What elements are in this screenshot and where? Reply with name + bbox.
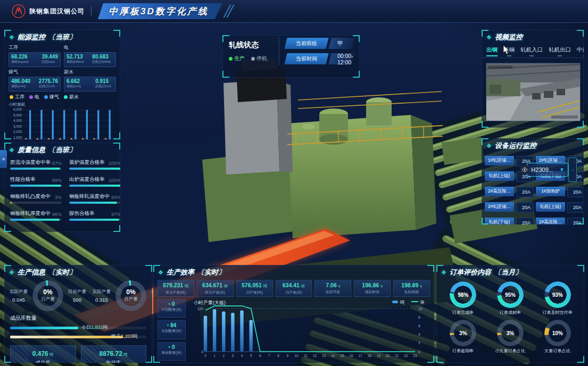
diamond-icon: ❖ [9,34,14,41]
line-status-row: 当前班组甲 [286,38,353,49]
stat-card: 634.41 块日产量(块) [276,280,312,297]
order-donut-percent: 3% [450,320,476,346]
energy-chart-ylabel: 小时单耗 [4,101,120,107]
gauge-name: 月产量 [124,296,138,303]
quality-item-value: 100% [109,178,120,183]
chart-legend-glyph [411,301,418,302]
side-stat: 0剩余数量(块) [158,342,186,361]
energy-metric-value: 0.915 [95,78,113,84]
quality-item: 装炉温度合格率100% [69,159,120,170]
energy-card: 工序68.226单耗(kgce/t)39.449总耗(tce) [9,44,61,67]
camera-select[interactable]: H2309... ▼ [527,163,568,177]
store-cards: 0.476吨成品库8876.72吨板坯库 [4,342,152,363]
order-donut-ring: 3% [497,320,524,346]
quality-item: 钢板终轧厚度命中96% [10,210,62,221]
quality-progress-track [69,202,120,204]
panel-energy-title: ❖ 能源监控 〔当班〕 [4,30,120,44]
quality-item-value: 100% [109,161,120,166]
quality-item-row: 出炉温度合格率100% [69,176,120,183]
quality-item-row: 层流冷温度命中率97% [10,159,62,166]
cctv-frame[interactable] [486,63,581,121]
svg-text:9: 9 [286,354,288,357]
quality-grid: 层流冷温度命中率97%装炉温度合格率100%性能合格率99%出炉温度合格率100… [4,156,120,223]
video-tab-中间冷[interactable]: 中间冷 [577,46,584,57]
gauge-percent: 0% [43,289,52,296]
quality-item: 钢板终轧温度命中93% [69,193,120,204]
panel-efficiency-title: ❖ 生产效率 〔实时〕 [153,265,434,279]
svg-text:22: 22 [404,354,408,357]
store-value-row: 0.476吨 [11,348,76,358]
energy-metric-value: 80.683 [92,54,113,60]
panel-production-title: ❖ 生产信息 〔实时〕 [4,265,152,279]
header-divider [91,6,92,16]
inventory-bar-label: 今日1,831吨 [81,324,108,331]
hourly-chart-title: 小时产量(大板) [194,300,226,306]
svg-text:2: 2 [223,354,225,357]
svg-text:7: 7 [268,354,270,357]
svg-text:19: 19 [377,354,381,357]
stat-card: 198.89 s轧制周期 [393,280,430,297]
dashboard: 陕钢集团汉钢公司 中厚板3D数字化产线 H2309... ▼ CISDI ❖ 能… [0,0,588,366]
svg-text:3,000: 3,000 [13,124,22,128]
svg-text:12: 12 [313,354,317,357]
quality-progress-fill [10,219,60,221]
side-stat-value: 0 [158,301,185,307]
order-donut-percent: 10% [544,320,571,346]
order-donut-ring: 98% [450,281,476,308]
panel-quality-title: ❖ 质量信息 〔当班〕 [4,143,120,156]
stat-card: 7.06 s轧制节奏 [314,280,351,297]
stat-unit: s [420,284,422,288]
store-card: 0.476吨成品库 [10,345,76,363]
diamond-icon: ❖ [441,269,446,276]
energy-metric: 80.683总耗(万kWh) [92,54,113,65]
stat-label: 日产量(块) [278,290,309,295]
stat-value: 579.231 吨 [159,282,193,289]
tab-indicator [529,55,534,56]
left-collapse-handle[interactable]: ≡ [0,150,7,168]
status-dot [251,57,255,61]
quality-item-label: 钢板终轧温度命中 [69,193,110,200]
video-tab-出钢[interactable]: 出钢 [486,46,498,57]
quality-item-row: 钢板终轧温度命中93% [69,193,120,200]
equipment-value-chip: 20A [516,187,534,197]
energy-card-name: 工序 [9,44,61,51]
order-donut: 3%小欠量订单占比 [494,320,526,354]
energy-metric-value: 52.713 [67,54,86,60]
hourly-output-chart: 小时产量(大板) 吨块 1200024681001234567891011121… [189,299,430,361]
company-logo: 陕钢集团汉钢公司 [12,4,85,18]
order-donut-percent: 95% [497,281,524,308]
side-stat-label: 剩余数量(块) [160,350,184,355]
svg-text:4: 4 [241,354,243,357]
svg-text:1: 1 [213,354,216,357]
panel-orders: ❖ 订单评价内容 〔当月〕 98%订单完成率95%订单成材率93%订单及时交付率… [436,265,584,363]
stat-value: 196.86 s [355,282,390,288]
stat-unit: 块 [301,284,305,288]
store-value: 0.476 [32,350,48,357]
energy-metric-value: 68.226 [11,54,31,60]
svg-text:20: 20 [386,354,390,357]
energy-metric-value: 39.449 [42,54,58,60]
equipment-label-chip: 轧机(上辊) [485,171,514,181]
quality-item-value: 93% [111,195,120,200]
quality-item-row: 性能合格率99% [10,176,62,183]
legend-dot [10,95,13,99]
stat-unit: 吨 [263,284,268,288]
energy-card-values: 68.226单耗(kgce/t)39.449总耗(tce) [9,52,61,67]
quality-progress-fill [10,202,12,204]
energy-metric: 0.915总耗(万m³) [95,78,113,89]
stat-card: 196.86 s纯轧时间 [354,280,391,297]
video-tab-装钢[interactable]: 装钢 [503,46,515,57]
energy-card: 电52.713单耗(kWh/t)80.683总耗(万kWh) [64,44,116,67]
hourly-chart-legend: 吨块 [392,300,425,306]
quality-progress-track [69,168,120,170]
quality-item-row: 装炉温度合格率100% [69,159,120,166]
status-legend-label: 停机 [256,55,267,61]
side-stat-label: 计划数量(块) [160,307,184,312]
store-card: 8876.72吨板坯库 [81,345,147,363]
video-tab-轧机入口[interactable]: 轧机入口 [520,46,543,57]
stat-unit: s [338,284,341,288]
order-donut-label: 小欠量订单占比 [495,348,526,354]
energy-metric-label: 总耗(万m³) [95,84,111,89]
quality-item-value: 97% [111,212,120,217]
video-tab-轧机出口[interactable]: 轧机出口 [549,46,571,57]
